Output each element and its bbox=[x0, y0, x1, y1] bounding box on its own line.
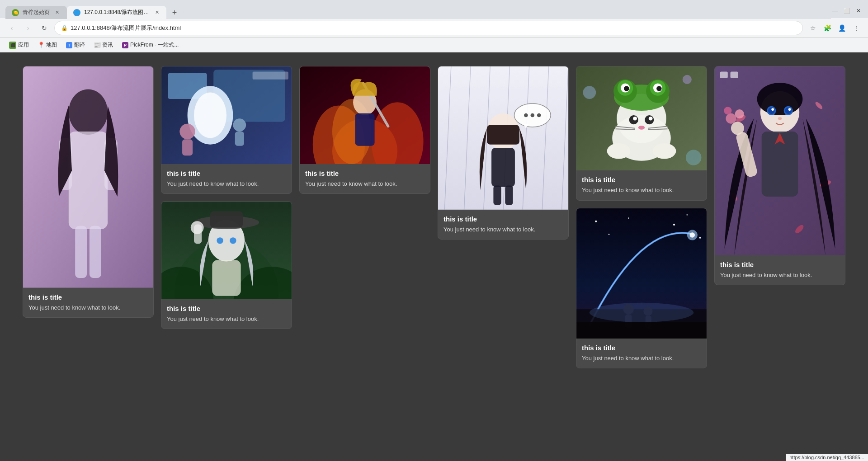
card-5[interactable]: this is title You just need to know what… bbox=[438, 66, 569, 240]
bookmark-pickfrom-label: PickFrom - 一站式... bbox=[130, 41, 179, 49]
card-7-title: this is title bbox=[582, 344, 701, 352]
card-5-title: this is title bbox=[443, 215, 563, 223]
card-3-title: this is title bbox=[167, 305, 286, 312]
svg-point-110 bbox=[785, 108, 792, 114]
maximize-button[interactable]: ⬜ bbox=[843, 7, 851, 15]
bookmark-maps-label: 地图 bbox=[46, 41, 57, 49]
svg-rect-99 bbox=[731, 72, 738, 78]
card-3[interactable]: this is title You just need to know what… bbox=[161, 201, 292, 329]
bookmark-apps[interactable]: ⬛ 应用 bbox=[5, 40, 33, 50]
tab-label-1: 青柠起始页 bbox=[23, 9, 50, 16]
page-content: this is title You just need to know what… bbox=[0, 52, 868, 445]
svg-point-112 bbox=[788, 108, 791, 111]
svg-rect-13 bbox=[182, 139, 193, 155]
svg-point-83 bbox=[628, 217, 629, 219]
minimize-button[interactable]: — bbox=[831, 7, 839, 15]
tab-close-2[interactable]: ✕ bbox=[154, 9, 160, 16]
svg-rect-47 bbox=[491, 148, 515, 187]
tab-close-1[interactable]: ✕ bbox=[53, 9, 61, 16]
svg-rect-16 bbox=[253, 72, 288, 80]
news-icon: 📰 bbox=[94, 42, 100, 48]
svg-point-80 bbox=[686, 150, 702, 165]
refresh-button[interactable]: ↻ bbox=[38, 22, 51, 34]
svg-point-82 bbox=[595, 220, 597, 222]
bookmark-news[interactable]: 📰 资讯 bbox=[90, 40, 117, 50]
card-2-image bbox=[161, 66, 292, 164]
card-2[interactable]: this is title You just need to know what… bbox=[161, 66, 292, 194]
card-8-body: this is title You just need to know what… bbox=[715, 255, 845, 285]
card-2-title: this is title bbox=[167, 169, 286, 177]
svg-point-65 bbox=[624, 86, 629, 91]
svg-rect-5 bbox=[75, 226, 87, 278]
svg-point-84 bbox=[673, 223, 675, 225]
card-6-body: this is title You just need to know what… bbox=[576, 170, 707, 200]
back-button[interactable]: ‹ bbox=[5, 22, 18, 34]
svg-point-12 bbox=[179, 124, 195, 140]
card-8[interactable]: this is title You just need to know what… bbox=[714, 66, 845, 285]
new-tab-button[interactable]: + bbox=[168, 6, 181, 19]
card-8-title: this is title bbox=[720, 261, 840, 268]
card-3-body: this is title You just need to know what… bbox=[161, 299, 292, 329]
svg-rect-2 bbox=[69, 132, 108, 229]
close-button[interactable]: ✕ bbox=[854, 7, 863, 15]
svg-point-109 bbox=[768, 108, 774, 114]
svg-point-77 bbox=[652, 143, 676, 159]
masonry-grid: this is title You just need to know what… bbox=[23, 66, 845, 368]
svg-rect-49 bbox=[505, 186, 513, 205]
card-7-desc: You just need to know what to look. bbox=[582, 354, 701, 362]
card-4-image bbox=[300, 66, 430, 164]
svg-point-1 bbox=[69, 89, 108, 135]
svg-point-78 bbox=[583, 86, 596, 99]
profile-icon[interactable]: 👤 bbox=[835, 22, 848, 34]
address-bar[interactable]: 🔒 127.0.0.1:8848/瀑布流图片展示/index.html bbox=[54, 21, 803, 35]
bookmark-maps[interactable]: 📍 地图 bbox=[34, 40, 61, 50]
tab-local[interactable]: 🌐 127.0.0.1:8848/瀑布流图片展示... ✕ bbox=[67, 6, 166, 19]
svg-rect-15 bbox=[235, 132, 244, 146]
card-2-body: this is title You just need to know what… bbox=[161, 164, 292, 193]
card-1[interactable]: this is title You just need to know what… bbox=[23, 66, 154, 318]
menu-icon[interactable]: ⋮ bbox=[850, 22, 863, 34]
svg-rect-95 bbox=[576, 322, 707, 339]
svg-point-86 bbox=[609, 234, 610, 235]
svg-point-119 bbox=[735, 109, 744, 118]
card-5-desc: You just need to know what to look. bbox=[443, 226, 563, 234]
window-controls: — ⬜ ✕ bbox=[831, 7, 863, 15]
card-3-image bbox=[161, 202, 292, 299]
card-4[interactable]: this is title You just need to know what… bbox=[299, 66, 430, 194]
svg-point-52 bbox=[524, 113, 528, 118]
card-4-desc: You just need to know what to look. bbox=[305, 180, 425, 188]
svg-rect-6 bbox=[90, 226, 101, 278]
translate-icon: T bbox=[66, 42, 72, 48]
tab-icon-1: 🍋 bbox=[12, 9, 19, 16]
star-icon[interactable]: ☆ bbox=[807, 22, 819, 34]
extensions-icon[interactable]: 🧩 bbox=[821, 22, 834, 34]
svg-point-106 bbox=[757, 83, 803, 115]
card-6[interactable]: this is title You just need to know what… bbox=[576, 66, 707, 201]
tabs-bar: 🍋 青柠起始页 ✕ 🌐 127.0.0.1:8848/瀑布流图片展示... ✕ … bbox=[5, 3, 831, 19]
address-bar-row: ‹ › ↻ 🔒 127.0.0.1:8848/瀑布流图片展示/index.htm… bbox=[0, 18, 868, 38]
card-1-desc: You just need to know what to look. bbox=[28, 304, 148, 312]
svg-point-117 bbox=[731, 122, 744, 135]
lock-icon: 🔒 bbox=[61, 25, 68, 31]
tab-label-2: 127.0.0.1:8848/瀑布流图片展示... bbox=[84, 9, 151, 16]
card-5-body: this is title You just need to know what… bbox=[438, 210, 568, 239]
bookmark-translate[interactable]: T 翻译 bbox=[62, 40, 89, 50]
svg-point-14 bbox=[233, 118, 246, 132]
svg-rect-26 bbox=[212, 260, 241, 296]
svg-rect-46 bbox=[487, 125, 519, 145]
toolbar-right: ☆ 🧩 👤 ⋮ bbox=[807, 22, 863, 34]
svg-point-89 bbox=[690, 232, 695, 238]
card-8-desc: You just need to know what to look. bbox=[720, 271, 840, 279]
card-1-body: this is title You just need to know what… bbox=[23, 288, 153, 317]
bookmark-apps-label: 应用 bbox=[18, 41, 29, 49]
svg-point-85 bbox=[686, 214, 688, 216]
svg-point-120 bbox=[724, 107, 731, 114]
tab-qingning[interactable]: 🍋 青柠起始页 ✕ bbox=[5, 6, 67, 19]
svg-point-118 bbox=[726, 113, 736, 124]
svg-line-73 bbox=[615, 129, 635, 129]
bookmark-pickfrom[interactable]: P PickFrom - 一站式... bbox=[118, 40, 182, 50]
svg-point-54 bbox=[537, 113, 541, 118]
svg-point-79 bbox=[683, 75, 692, 84]
card-7[interactable]: this is title You just need to know what… bbox=[576, 208, 707, 368]
forward-button[interactable]: › bbox=[22, 22, 34, 34]
